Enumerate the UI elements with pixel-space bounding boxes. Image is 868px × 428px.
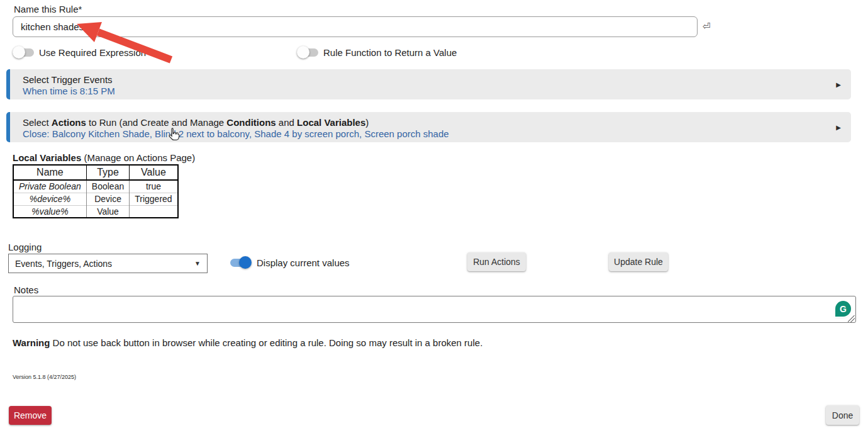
display-current-values-label: Display current values xyxy=(257,257,350,268)
select-actions-panel[interactable]: Select Actions to Run (and Create and Ma… xyxy=(6,112,851,142)
trigger-summary-link[interactable]: When time is 8:15 PM xyxy=(23,86,841,97)
column-header-value: Value xyxy=(130,165,178,180)
title-text: to Run (and Create and Manage xyxy=(86,117,226,128)
title-bold-conditions: Conditions xyxy=(226,117,275,128)
title-text: Select xyxy=(23,117,52,128)
rule-function-toggle[interactable] xyxy=(297,46,320,59)
expand-caret-icon[interactable]: ▶ xyxy=(836,81,841,88)
title-text: and xyxy=(276,117,297,128)
select-trigger-events-panel[interactable]: Select Trigger Events When time is 8:15 … xyxy=(6,69,851,99)
done-button[interactable]: Done xyxy=(826,405,859,425)
rule-name-input[interactable] xyxy=(13,16,698,37)
column-header-type: Type xyxy=(86,165,129,180)
title-text: ) xyxy=(365,117,369,128)
logging-selected-value: Events, Triggers, Actions xyxy=(15,259,112,269)
rule-editor-page: Name this Rule* ⏎ Use Required Expressio… xyxy=(0,0,868,428)
table-row: %device% Device Triggered xyxy=(13,193,178,205)
use-required-expression-toggle[interactable] xyxy=(13,46,35,59)
logging-label: Logging xyxy=(8,242,42,252)
use-required-expression-label: Use Required Expression xyxy=(39,47,146,58)
variable-value: Triggered xyxy=(130,193,178,205)
expand-caret-icon[interactable]: ▶ xyxy=(836,124,841,131)
variable-type: Value xyxy=(86,205,129,218)
variable-name: %value% xyxy=(13,205,86,218)
enter-key-icon: ⏎ xyxy=(703,21,711,32)
version-text: Version 5.1.8 (4/27/2025) xyxy=(13,374,76,380)
notes-textarea[interactable] xyxy=(13,296,856,323)
variable-type: Device xyxy=(86,193,129,205)
local-variables-table: Name Type Value Private Boolean Boolean … xyxy=(13,164,179,218)
title-bold-actions: Actions xyxy=(52,117,86,128)
actions-summary-link[interactable]: Close: Balcony Kitchen Shade, Blind 2 ne… xyxy=(23,128,841,140)
warning-bold: Warning xyxy=(13,337,50,348)
local-variables-title-rest: (Manage on Actions Page) xyxy=(81,152,195,163)
trigger-panel-title: Select Trigger Events xyxy=(23,74,841,86)
remove-button[interactable]: Remove xyxy=(9,406,52,425)
variable-value: true xyxy=(130,180,178,193)
actions-panel-title: Select Actions to Run (and Create and Ma… xyxy=(23,116,841,128)
rule-name-label: Name this Rule* xyxy=(14,4,82,14)
table-header-row: Name Type Value xyxy=(13,165,178,180)
run-actions-button[interactable]: Run Actions xyxy=(467,252,526,271)
warning-text: Warning Do not use back button in browse… xyxy=(13,337,482,348)
variable-name: Private Boolean xyxy=(13,180,86,193)
toggle-thumb xyxy=(297,46,309,59)
display-current-values-toggle[interactable] xyxy=(229,256,252,269)
toggle-thumb xyxy=(239,256,252,269)
local-variables-title: Local Variables (Manage on Actions Page) xyxy=(13,152,195,163)
rule-function-label: Rule Function to Return a Value xyxy=(323,47,457,58)
chevron-down-icon: ▼ xyxy=(194,260,201,267)
column-header-name: Name xyxy=(13,165,86,180)
logging-select[interactable]: Events, Triggers, Actions ▼ xyxy=(8,254,208,273)
variable-type: Boolean xyxy=(86,180,129,193)
update-rule-button[interactable]: Update Rule xyxy=(609,252,668,271)
table-row: %value% Value xyxy=(13,205,178,218)
title-bold-local-variables: Local Variables xyxy=(297,117,365,128)
notes-label: Notes xyxy=(14,284,38,295)
variable-name: %device% xyxy=(13,193,86,205)
local-variables-title-bold: Local Variables xyxy=(13,152,81,163)
grammarly-icon[interactable]: G xyxy=(835,301,851,317)
warning-rest: Do not use back button in browser while … xyxy=(50,337,482,348)
variable-value xyxy=(130,205,178,218)
table-row: Private Boolean Boolean true xyxy=(13,180,178,193)
toggle-thumb xyxy=(13,46,25,59)
